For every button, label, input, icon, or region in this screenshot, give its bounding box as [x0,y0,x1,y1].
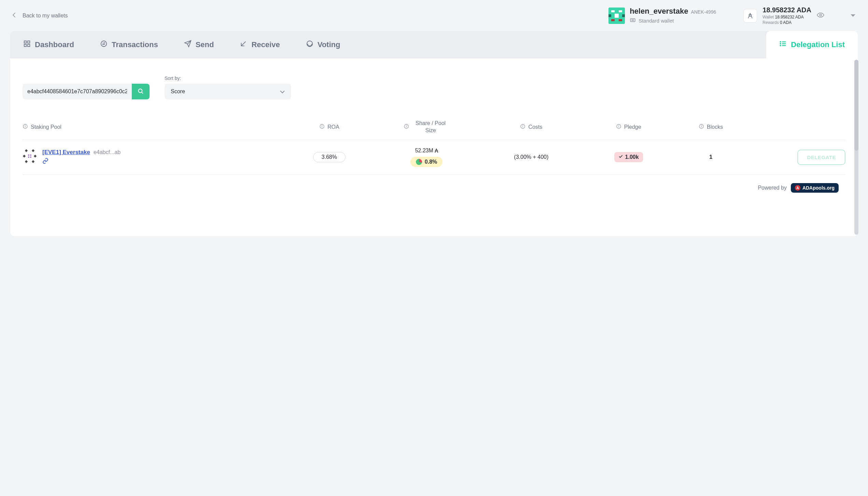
rewards-value: 0 ADA [780,20,792,25]
send-icon [184,40,192,50]
svg-point-31 [322,125,322,126]
svg-point-22 [780,43,781,44]
pledge-chip: 1.00k [614,152,643,162]
blocks-value: 1 [673,154,748,161]
svg-rect-7 [622,14,625,17]
svg-rect-14 [24,44,26,46]
costs-value: (3.00% + 400) [479,154,584,160]
wallet-type-icon [630,17,636,24]
svg-point-52 [30,154,31,156]
tab-send[interactable]: Send [171,31,227,58]
svg-rect-15 [28,44,30,46]
receive-icon [240,40,247,50]
svg-point-54 [30,156,31,158]
info-icon[interactable] [699,124,704,130]
dashboard-icon [23,40,31,50]
tab-label: Dashboard [35,40,74,49]
pool-avatar-icon [23,149,37,163]
svg-point-21 [780,42,781,42]
share-pct: 0.8% [425,159,437,165]
tab-bar: Dashboard Transactions Send Receive Voti… [10,31,858,58]
sort-value: Score [171,88,185,95]
svg-line-25 [142,92,143,93]
svg-rect-1 [611,10,615,12]
search-group [23,84,150,99]
info-icon[interactable] [616,124,621,130]
table-row: [EVE1] Everstake e4abcf...ab 3.68% [23,140,845,175]
tab-label: Transactions [112,40,158,49]
wallet-type: Standard wallet [639,18,674,24]
delegate-button[interactable]: DELEGATE [797,150,845,165]
sort-select[interactable]: Score [165,84,291,99]
info-icon[interactable] [23,124,28,130]
svg-rect-12 [24,41,26,43]
svg-point-34 [406,125,407,126]
th-costs: Costs [479,124,584,130]
adapools-logo-icon: A [795,185,800,191]
svg-point-24 [138,89,142,93]
tab-receive[interactable]: Receive [227,31,293,58]
svg-point-51 [28,154,29,156]
svg-rect-5 [619,19,622,21]
svg-rect-2 [619,10,622,12]
wallet-code: ANEK-4996 [691,9,716,15]
rewards-label: Rewards [762,20,779,25]
adapools-link[interactable]: A ADApools.org [791,183,839,193]
main-balance: 18.958232 ADA [762,6,811,14]
tab-dashboard[interactable]: Dashboard [10,31,87,58]
info-icon[interactable] [520,124,526,130]
tab-voting[interactable]: Voting [293,31,353,58]
pool-table: Staking Pool ROA Share / Pool Size Costs [23,120,845,175]
back-label: Back to my wallets [23,13,68,19]
search-button[interactable] [132,84,150,99]
svg-rect-4 [611,19,615,21]
svg-point-53 [28,156,29,158]
tab-label: Delegation List [791,40,845,49]
pledge-value: 1.00k [625,154,639,160]
check-icon [618,154,623,160]
svg-rect-13 [28,41,30,43]
ada-currency-icon [743,9,757,23]
svg-point-16 [101,41,107,47]
sort-label: Sort by: [165,75,291,81]
scrollbar[interactable] [854,60,858,235]
toggle-balance-visibility-icon[interactable] [817,11,824,20]
voting-icon [306,40,313,50]
table-header: Staking Pool ROA Share / Pool Size Costs [23,120,845,140]
svg-point-23 [780,45,781,46]
tab-label: Receive [251,40,280,49]
wallet-sub-value: 18.958232 ADA [775,15,804,19]
transactions-icon [100,40,108,50]
wallet-name: helen_everstake [630,7,688,16]
powered-by-label: Powered by [758,185,787,191]
th-staking-pool: Staking Pool [23,124,284,130]
svg-point-11 [820,14,822,16]
search-icon [137,88,144,96]
info-icon[interactable] [404,124,409,130]
info-icon[interactable] [319,124,325,130]
wallet-menu-dropdown[interactable] [850,13,856,19]
pool-search-input[interactable] [23,84,132,99]
svg-point-40 [618,125,619,126]
th-blocks: Blocks [673,124,748,130]
pie-icon [416,159,422,165]
wallet-avatar-icon [608,8,625,24]
wallet-sub-label: Wallet [762,15,774,19]
chevron-left-icon [12,12,16,19]
svg-point-37 [523,125,523,126]
roa-value: 3.68% [313,152,346,162]
ada-symbol: ₳ [435,148,438,154]
pool-name-link[interactable]: [EVE1] Everstake [42,149,90,156]
tab-delegation-list[interactable]: Delegation List [766,31,858,58]
chevron-down-icon [280,88,285,95]
tab-label: Voting [318,40,340,49]
tab-transactions[interactable]: Transactions [87,31,171,58]
adapools-label: ADApools.org [802,185,835,191]
tab-label: Send [196,40,214,49]
pool-hash: e4abcf...ab [94,149,121,155]
pool-external-link-icon[interactable] [42,158,121,165]
back-to-wallets-link[interactable]: Back to my wallets [12,12,68,19]
svg-rect-8 [630,19,635,22]
svg-rect-3 [615,14,619,18]
svg-point-43 [701,125,702,126]
